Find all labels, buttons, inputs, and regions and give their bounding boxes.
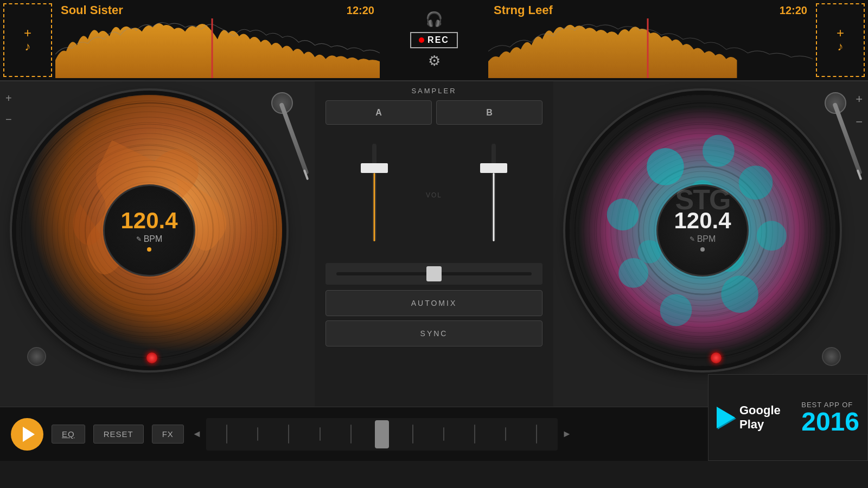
right-pencil-icon: ✎ <box>690 235 695 243</box>
crossfader-area[interactable] <box>326 263 542 285</box>
right-track-title: Strng Leef <box>494 3 553 17</box>
right-center-dot <box>700 247 705 252</box>
right-center-label: STG 120.4 ✎ BPM <box>656 184 749 277</box>
mixer-fader-container: VOL <box>326 133 542 258</box>
right-platter[interactable]: STG 120.4 ✎ BPM <box>570 95 835 366</box>
sampler-btn-a[interactable]: A <box>326 100 432 125</box>
left-turntable-section: + − <box>0 81 315 407</box>
plus-control-right[interactable]: + <box>856 92 863 106</box>
right-bpm-label: ✎ BPM <box>690 234 716 244</box>
settings-icon[interactable]: ⚙ <box>428 53 441 69</box>
left-fader-track[interactable] <box>372 144 376 241</box>
automix-button[interactable]: AUTOMIX <box>326 290 542 316</box>
svg-point-17 <box>660 294 692 326</box>
google-play-logo-area: Google Play <box>717 403 793 432</box>
minus-control-right[interactable]: − <box>856 115 863 129</box>
right-tonearm <box>803 92 846 190</box>
pitch-tick <box>288 425 289 444</box>
svg-point-16 <box>721 275 758 313</box>
left-turntable-wrapper: 120.4 ✎ BPM <box>16 92 298 374</box>
minus-control-left[interactable]: − <box>5 113 12 126</box>
left-waveform-canvas[interactable] <box>55 18 380 78</box>
pitch-track[interactable] <box>206 418 558 451</box>
add-track-right-button[interactable]: + ♪ <box>816 3 865 77</box>
pitch-tick <box>257 427 258 441</box>
left-fader-line <box>374 173 375 241</box>
left-platter[interactable]: 120.4 ✎ BPM <box>16 95 282 366</box>
play-button[interactable] <box>11 418 43 451</box>
pitch-tick <box>536 425 537 444</box>
pitch-tick <box>350 425 352 444</box>
pitch-slider-section: ◄ ► <box>192 418 572 451</box>
pitch-tick <box>505 427 506 441</box>
svg-point-19 <box>607 198 639 230</box>
bottom-bar: EQ RESET FX ◄ ► <box>0 407 868 461</box>
music-note-left-icon: ♪ <box>25 40 31 54</box>
add-track-left-button[interactable]: + ♪ <box>3 3 52 77</box>
left-center-dot <box>147 247 151 252</box>
right-fader-line <box>493 173 495 241</box>
left-track-info: Soul Sister 12:20 <box>55 2 380 18</box>
right-knob-right[interactable] <box>822 347 841 366</box>
svg-point-15 <box>757 221 787 251</box>
top-bar: + ♪ Soul Sister 12:20 <box>0 0 868 81</box>
plus-icon-right: + <box>837 27 844 40</box>
eq-button[interactable]: EQ <box>52 425 85 444</box>
rec-button[interactable]: REC <box>410 32 458 48</box>
center-top-controls: 🎧 REC ⚙ <box>380 0 488 80</box>
left-bpm-number: 120.4 <box>120 209 177 232</box>
google-play-badge: Google Play BEST APP OF 2016 <box>708 374 868 461</box>
svg-point-13 <box>703 135 735 167</box>
crossfader-handle[interactable] <box>426 266 442 281</box>
pitch-tick <box>320 427 321 441</box>
right-turntable-section: + − <box>553 81 868 407</box>
pitch-tick <box>443 427 444 441</box>
pitch-handle[interactable] <box>375 420 389 448</box>
pitch-right-arrow[interactable]: ► <box>562 428 572 440</box>
left-tonearm <box>250 92 293 190</box>
pitch-left-arrow[interactable]: ◄ <box>192 428 202 440</box>
left-center-label: 120.4 ✎ BPM <box>103 184 195 277</box>
best-app-year: 2016 <box>801 409 859 435</box>
right-red-light <box>711 352 722 363</box>
left-waveform-section: Soul Sister 12:20 <box>55 0 380 80</box>
crossfader-track <box>336 272 532 275</box>
mixer-section: SAMPLER A B VOL <box>315 81 553 407</box>
left-bpm-label: ✎ BPM <box>136 234 163 244</box>
sampler-header: SAMPLER <box>406 87 462 95</box>
right-fader-thumb[interactable] <box>480 163 507 173</box>
left-knob[interactable] <box>27 347 46 366</box>
plus-control-left[interactable]: + <box>5 92 12 105</box>
left-track-time: 12:20 <box>347 4 374 17</box>
pitch-tick <box>412 425 413 444</box>
sampler-btn-b[interactable]: B <box>436 100 542 125</box>
google-play-text: Google Play <box>739 403 793 432</box>
sampler-label: SAMPLER <box>411 87 456 95</box>
left-red-light <box>146 352 157 363</box>
pitch-tick <box>474 425 475 444</box>
right-track-info: Strng Leef 12:20 <box>488 2 813 18</box>
svg-point-14 <box>739 165 773 200</box>
svg-point-18 <box>618 258 648 288</box>
left-track-title: Soul Sister <box>61 3 123 17</box>
svg-point-12 <box>647 148 684 185</box>
vol-label: VOL <box>426 191 442 199</box>
right-turntable-controls: + − <box>856 92 863 129</box>
right-waveform-canvas[interactable] <box>488 18 813 78</box>
right-bpm-number: 120.4 <box>674 209 731 232</box>
reset-button[interactable]: RESET <box>93 425 144 444</box>
right-track-time: 12:20 <box>780 4 807 17</box>
headphone-icon[interactable]: 🎧 <box>425 11 443 28</box>
left-turntable-controls: + − <box>5 92 12 126</box>
right-channel-fader <box>445 133 542 258</box>
google-play-logo: Google Play <box>717 403 793 432</box>
right-waveform-section: Strng Leef 12:20 <box>488 0 813 80</box>
rec-dot-icon <box>419 37 424 43</box>
right-fader-track[interactable] <box>492 144 496 241</box>
sync-button[interactable]: SYNC <box>326 320 542 346</box>
rec-label: REC <box>427 35 449 45</box>
fx-button[interactable]: FX <box>152 425 184 444</box>
left-fader-thumb[interactable] <box>361 163 388 173</box>
music-note-right-icon: ♪ <box>838 40 844 54</box>
svg-point-20 <box>637 240 661 264</box>
